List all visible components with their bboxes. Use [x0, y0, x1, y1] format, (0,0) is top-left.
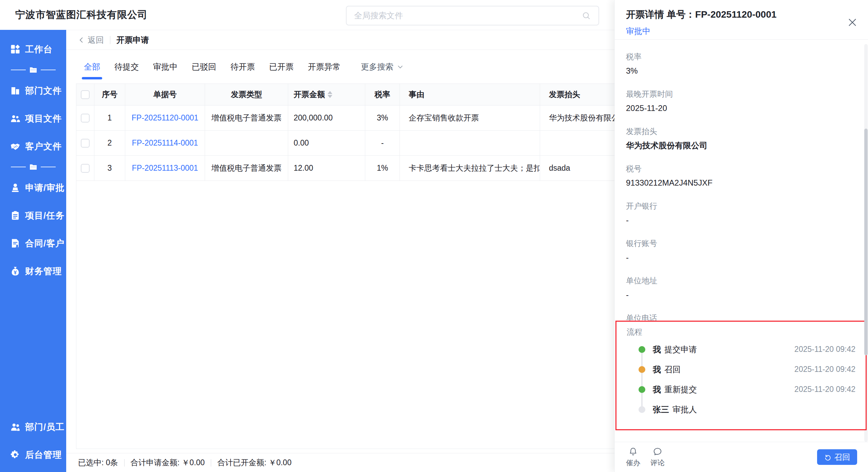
field-value: -: [626, 215, 857, 225]
sidebar-item-label: 后台管理: [25, 449, 62, 461]
field-bank-name: 开户银行 -: [626, 201, 857, 225]
field-latest-invoice-date: 最晚开票时间 2025-11-20: [626, 89, 857, 113]
sidebar-item-project-files[interactable]: 项目文件: [0, 105, 66, 132]
process-step: 我重新提交 2025-11-20 09:42: [627, 379, 855, 399]
step-dot-done: [639, 346, 645, 353]
back-label: 返回: [88, 35, 104, 45]
field-label: 税率: [626, 52, 857, 61]
summary-separator: [124, 459, 125, 467]
search-icon[interactable]: [581, 11, 591, 20]
recall-undo-icon: [824, 454, 831, 461]
invoice-type: 增值税电子普通发票: [205, 156, 288, 181]
step-time: 2025-11-20 09:42: [794, 385, 855, 394]
step-dot-done: [639, 386, 645, 393]
step-dot-pending: [639, 406, 645, 413]
department-building-icon: [10, 86, 20, 96]
invoice-type: [205, 131, 288, 155]
field-label: 税号: [626, 164, 857, 173]
search-input[interactable]: [354, 11, 581, 20]
sidebar-item-label: 客户文件: [25, 140, 62, 152]
sidebar-item-department-files[interactable]: 部门文件: [0, 77, 66, 105]
approval-stamp-icon: [10, 183, 20, 193]
step-time: 2025-11-20 09:42: [794, 365, 855, 374]
sidebar-item-workbench[interactable]: 工作台: [0, 35, 66, 63]
urge-button[interactable]: 催办: [626, 447, 640, 468]
recall-label: 召回: [834, 452, 850, 462]
process-title: 流程: [627, 327, 855, 337]
drawer-header: 开票详情 单号：FP-20251120-0001 审批中: [615, 0, 868, 40]
sidebar-item-contract-customer[interactable]: 合同/客户: [0, 229, 66, 257]
folder-icon: [29, 163, 37, 171]
page-title: 开票申请: [116, 35, 149, 45]
sidebar-item-finance[interactable]: 财务管理: [0, 257, 66, 285]
comment-label: 评论: [650, 458, 665, 468]
sidebar-item-label: 申请/审批: [25, 182, 64, 194]
sidebar-item-apply-approve[interactable]: 申请/审批: [0, 174, 66, 202]
sidebar-divider-apps: [0, 160, 66, 174]
folder-icon: [29, 66, 37, 74]
reason: 卡卡思考看士大夫拉拉了士大夫；是扣...: [400, 156, 540, 181]
tab-in-approval[interactable]: 审批中: [151, 50, 180, 83]
recall-button[interactable]: 召回: [817, 449, 857, 465]
tax-rate: -: [365, 131, 400, 155]
breadcrumb-separator: [110, 36, 110, 44]
col-header-reason: 事由: [400, 84, 540, 105]
global-search: [346, 6, 599, 25]
field-value: -: [626, 290, 857, 300]
sidebar-item-label: 项目文件: [25, 113, 62, 125]
chevron-left-icon: [78, 37, 85, 43]
total-applied-amount: 合计申请金额: ￥0.00: [131, 457, 205, 468]
col-header-amount-sortable[interactable]: 开票金额: [288, 84, 365, 105]
selected-count: 已选中: 0条: [78, 457, 118, 468]
more-search-dropdown[interactable]: 更多搜索: [359, 50, 406, 83]
tab-invoiced[interactable]: 已开票: [267, 50, 296, 83]
field-bank-account: 银行账号 -: [626, 239, 857, 263]
back-button[interactable]: 返回: [78, 35, 104, 45]
tax-rate: 3%: [365, 106, 400, 130]
sidebar-item-label: 合同/客户: [25, 238, 64, 249]
tab-all[interactable]: 全部: [82, 50, 102, 83]
doc-number-link[interactable]: FP-20251114-0001: [132, 138, 198, 148]
process-step: 我提交申请 2025-11-20 09:42: [627, 339, 855, 359]
comment-button[interactable]: 评论: [650, 447, 665, 468]
sidebar-spacer: [0, 285, 66, 413]
sidebar-item-customer-files[interactable]: 客户文件: [0, 132, 66, 160]
invoice-amount: 12.00: [288, 156, 365, 181]
approval-status-badge: 审批中: [626, 26, 857, 37]
doc-number-link[interactable]: FP-20251113-0001: [132, 164, 198, 173]
tab-to-invoice[interactable]: 待开票: [228, 50, 257, 83]
reason: [400, 131, 540, 155]
gear-icon: [10, 450, 20, 460]
handshake-icon: [10, 141, 20, 151]
panel-scrollbar-thumb[interactable]: [864, 129, 868, 355]
tab-invoice-error[interactable]: 开票异常: [306, 50, 343, 83]
staff-people-icon: [10, 422, 20, 432]
invoice-amount: 200,000.00: [288, 106, 365, 130]
sidebar-item-label: 项目/任务: [25, 210, 64, 222]
row-checkbox[interactable]: [81, 164, 90, 173]
doc-number-link[interactable]: FP-20251120-0001: [132, 113, 199, 122]
summary-separator: [211, 459, 211, 467]
sidebar-item-project-tasks[interactable]: 项目/任务: [0, 202, 66, 229]
sidebar-item-admin[interactable]: 后台管理: [0, 441, 66, 469]
field-value: 3%: [626, 66, 857, 76]
close-button[interactable]: [846, 16, 859, 29]
tab-rejected[interactable]: 已驳回: [190, 50, 218, 83]
total-invoiced-amount: 合计已开金额: ￥0.00: [217, 457, 292, 468]
tab-to-submit[interactable]: 待提交: [112, 50, 141, 83]
sidebar-item-department-staff[interactable]: 部门/员工: [0, 413, 66, 441]
invoice-type: 增值税电子普通发票: [205, 106, 288, 130]
sidebar-item-label: 工作台: [25, 43, 53, 55]
drawer-title: 开票详情 单号：FP-20251120-0001: [626, 9, 857, 20]
finance-moneybag-icon: [10, 266, 20, 276]
field-label: 单位地址: [626, 276, 857, 285]
row-checkbox[interactable]: [81, 139, 90, 148]
row-index: 2: [94, 131, 125, 155]
field-company-address: 单位地址 -: [626, 276, 857, 300]
process-step: 我召回 2025-11-20 09:42: [627, 359, 855, 379]
select-all-checkbox[interactable]: [81, 90, 90, 99]
row-checkbox[interactable]: [81, 114, 90, 122]
project-people-icon: [10, 113, 20, 124]
field-label: 银行账号: [626, 239, 857, 248]
sidebar-nav: 工作台 部门文件 项目文件 客户文件 申请/审批 项目/任务 合同/客户 财务管…: [0, 30, 66, 472]
